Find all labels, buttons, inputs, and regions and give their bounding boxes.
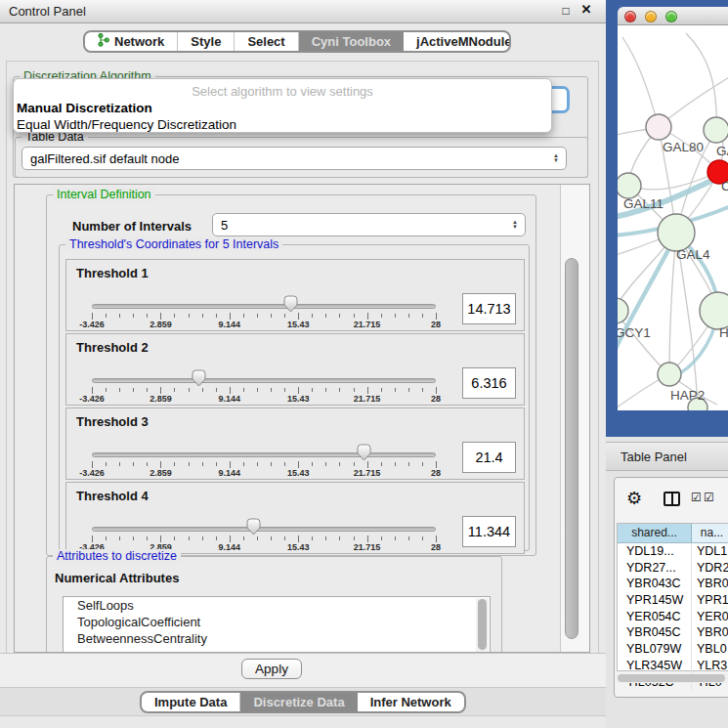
option-manual-discretization[interactable]: Manual Discretization: [14, 101, 551, 115]
slider-tick-labels: -3.4262.8599.14415.4321.71528: [92, 394, 436, 405]
app-root: Control Panel □ ✕ NetworkStyleSelectCyni…: [0, 0, 728, 728]
network-node-gal80[interactable]: [646, 114, 671, 140]
column-header-shared[interactable]: shared...: [618, 524, 692, 542]
network-node-hap2[interactable]: [658, 363, 681, 386]
numerical-attributes-list: SelfLoopsTopologicalCoefficientBetweenne…: [63, 596, 491, 653]
table-row[interactable]: YDL19...YDL1: [618, 543, 728, 560]
table-body: YDL19...YDL1YDR27...YDR2YBR043CYBR0YPR14…: [618, 543, 728, 690]
tab-label: Discretize Data: [253, 695, 344, 709]
cell-name: YLR3: [692, 658, 728, 674]
spinner-arrows-icon[interactable]: ▲▼: [512, 220, 518, 230]
network-edge[interactable]: [686, 33, 716, 130]
cell-shared-name: YLR345W: [618, 658, 692, 674]
network-window: GAL80GACGAL11GAL4GCY1HHAP2: [618, 7, 728, 410]
table-row[interactable]: YBR045CYBR0: [618, 624, 728, 641]
interval-definition-title: Interval Definition: [53, 188, 155, 201]
cell-name: YDL1: [692, 543, 728, 560]
table-row[interactable]: YDR27...YDR2: [618, 560, 728, 577]
close-icon[interactable]: ✕: [579, 3, 593, 17]
panel-title: Control Panel: [9, 4, 86, 19]
tab-label: Style: [191, 34, 221, 49]
slider-track[interactable]: [92, 452, 436, 457]
algorithm-hint-option[interactable]: Select algorithm to view settings: [14, 84, 551, 99]
scrollbar-thumb[interactable]: [478, 599, 487, 650]
gear-icon[interactable]: ⚙: [626, 488, 642, 509]
network-node-gal11[interactable]: [618, 173, 641, 198]
network-node-gal4[interactable]: [658, 214, 695, 251]
column-header-name[interactable]: na...: [692, 524, 728, 542]
threshold-value-field[interactable]: 14.713: [462, 293, 516, 324]
tab-cyni-toolbox[interactable]: Cyni Toolbox: [299, 32, 404, 51]
algorithm-dropdown-popup: Select algorithm to view settings Manual…: [13, 78, 552, 133]
panel-tab-bar: NetworkStyleSelectCyni ToolboxjActiveMNo…: [83, 30, 511, 53]
list-item-betweennesscentrality[interactable]: BetweennessCentrality: [64, 630, 490, 647]
node-table: shared... na... YDL19...YDL1YDR27...YDR2…: [617, 523, 728, 671]
network-node-h[interactable]: [700, 292, 728, 329]
node-label-gal11: GAL11: [623, 196, 664, 211]
list-item-selfloops[interactable]: SelfLoops: [64, 597, 490, 614]
network-window-titlebar[interactable]: [618, 7, 728, 25]
settings-vertical-scrollbar[interactable]: [560, 185, 590, 652]
list-item-topologicalcoefficient[interactable]: TopologicalCoefficient: [64, 614, 490, 630]
apply-button[interactable]: Apply: [241, 659, 302, 679]
checkbox-icon[interactable]: ☑: [704, 491, 714, 504]
network-edge[interactable]: [669, 233, 676, 374]
slider-handle[interactable]: [192, 369, 206, 387]
threshold-value-field[interactable]: 6.316: [462, 367, 516, 399]
tab-jactivemnodules[interactable]: jActiveMNodules: [404, 32, 511, 51]
network-node-ga[interactable]: [704, 117, 728, 143]
tab-discretize-data[interactable]: Discretize Data: [240, 693, 357, 711]
tab-label: Infer Network: [370, 695, 451, 709]
table-row[interactable]: YLR345WYLR3: [618, 658, 728, 674]
table-data-value: galFiltered.sif default node: [30, 148, 179, 171]
zoom-traffic-light-icon[interactable]: [665, 11, 677, 22]
option-equal-width-frequency[interactable]: Equal Width/Frequency Discretization: [14, 117, 551, 132]
slider-track[interactable]: [92, 527, 436, 532]
table-header-row: shared... na...: [618, 524, 728, 543]
slider-handle[interactable]: [246, 518, 261, 535]
slider-handle[interactable]: [283, 295, 298, 313]
network-edge[interactable]: [622, 37, 659, 127]
table-data-combobox[interactable]: galFiltered.sif default node ▲▼: [21, 147, 567, 170]
threshold-value-field[interactable]: 11.344: [462, 516, 516, 547]
cell-name: YBR0: [692, 576, 728, 592]
tab-network[interactable]: Network: [85, 32, 178, 51]
node-label-c: C: [721, 179, 728, 193]
minimize-traffic-light-icon[interactable]: [645, 11, 657, 22]
slider-track[interactable]: [92, 378, 436, 383]
cell-name: YDR2: [692, 560, 728, 577]
table-row[interactable]: YBL079WYBL0: [618, 641, 728, 658]
scrollbar-thumb[interactable]: [565, 258, 578, 639]
tab-select[interactable]: Select: [235, 32, 298, 51]
node-label-gal4: GAL4: [676, 247, 710, 262]
control-panel-titlebar: Control Panel □ ✕: [0, 0, 606, 23]
settings-scroll-panel: Interval Definition Number of Intervals …: [14, 184, 590, 653]
mode-tab-bar: Impute DataDiscretize DataInfer Network: [140, 691, 466, 713]
checkbox-icon[interactable]: ☑: [691, 491, 702, 504]
apply-bar: Apply: [0, 653, 606, 687]
spinner-arrows-icon[interactable]: ▲▼: [553, 153, 559, 163]
columns-icon[interactable]: [664, 492, 680, 506]
tab-infer-network[interactable]: Infer Network: [358, 693, 464, 711]
slider-track[interactable]: [92, 304, 436, 309]
table-row[interactable]: YER054CYER0: [618, 609, 728, 625]
table-row[interactable]: YPR145WYPR1: [618, 592, 728, 609]
cell-shared-name: YER054C: [618, 609, 692, 625]
number-of-intervals-spinner[interactable]: 5 ▲▼: [212, 213, 526, 236]
network-node-gcy1[interactable]: [618, 298, 628, 323]
tab-impute-data[interactable]: Impute Data: [142, 693, 240, 711]
threshold-value-field[interactable]: 21.4: [462, 442, 516, 473]
cell-shared-name: YBL079W: [618, 641, 692, 658]
slider-handle[interactable]: [357, 444, 371, 461]
close-traffic-light-icon[interactable]: [624, 11, 636, 22]
network-canvas[interactable]: GAL80GACGAL11GAL4GCY1HHAP2: [618, 25, 728, 410]
threshold-box-4: Threshold 4-3.4262.8599.14415.4321.71528…: [65, 482, 525, 554]
table-row[interactable]: YBR043CYBR0: [618, 576, 728, 592]
cell-shared-name: YDR27...: [618, 560, 692, 577]
table-horizontal-scrollbar[interactable]: [617, 673, 728, 683]
float-window-icon[interactable]: □: [559, 4, 573, 18]
scrollbar-thumb[interactable]: [618, 674, 725, 682]
attributes-group: Attributes to discretize Numerical Attri…: [46, 556, 502, 653]
tab-style[interactable]: Style: [178, 32, 235, 51]
attributes-list-scrollbar[interactable]: [476, 598, 489, 653]
